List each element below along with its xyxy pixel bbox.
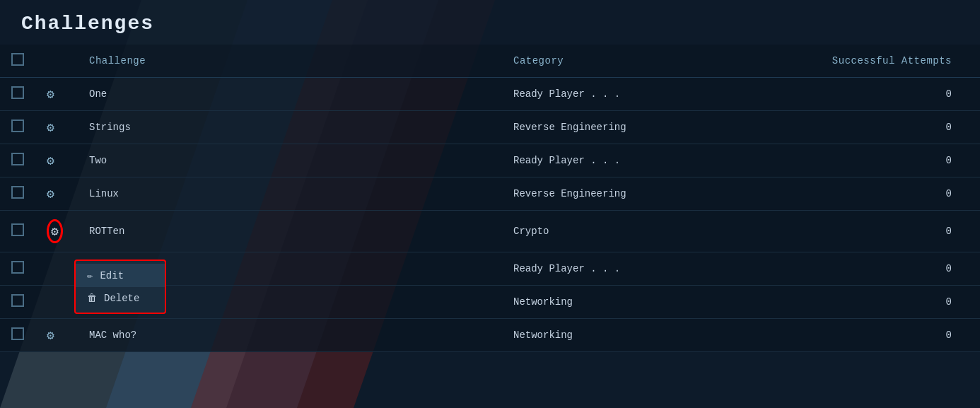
edit-label: Edit <box>100 270 124 281</box>
row-challenge-name[interactable]: Linux <box>78 177 502 211</box>
header-challenge: Challenge <box>78 45 502 78</box>
row-attempts: 0 <box>785 177 980 211</box>
row-attempts: 0 <box>785 78 980 111</box>
row-icon-cell: ⚙ <box>35 144 78 177</box>
gear-icon[interactable]: ⚙ <box>47 86 54 102</box>
context-menu: ✏Edit🗑Delete <box>74 260 166 314</box>
edit-icon: ✏ <box>87 269 93 281</box>
row-icon-cell: ⚙ <box>35 78 78 111</box>
gear-icon[interactable]: ⚙ <box>47 120 54 135</box>
row-attempts: 0 <box>785 286 980 319</box>
page-header: Challenges <box>0 0 980 45</box>
row-category: Reverse Engineering <box>502 111 785 144</box>
row-category: Ready Player . . . <box>502 144 785 177</box>
row-checkbox[interactable] <box>11 186 24 199</box>
row-challenge-name[interactable]: Strings <box>78 111 502 144</box>
row-category: Networking <box>502 286 785 319</box>
row-checkbox-cell <box>0 319 35 352</box>
row-icon-cell: ⚙ <box>35 177 78 211</box>
row-challenge-name[interactable]: ROTTen <box>78 211 502 252</box>
row-checkbox[interactable] <box>11 261 24 274</box>
row-checkbox-cell <box>0 211 35 252</box>
header-checkbox-col <box>0 45 35 78</box>
row-checkbox[interactable] <box>11 327 24 340</box>
row-attempts: 0 <box>785 319 980 352</box>
delete-icon: 🗑 <box>87 293 97 304</box>
table-row: ✏Edit🗑DeleteReady Player . . .0 <box>0 252 980 286</box>
row-category: Ready Player . . . <box>502 252 785 286</box>
row-category: Ready Player . . . <box>502 78 785 111</box>
table-row: ⚙OneReady Player . . .0 <box>0 78 980 111</box>
gear-icon[interactable]: ⚙ <box>47 219 63 243</box>
row-checkbox-cell <box>0 111 35 144</box>
row-challenge-name[interactable]: MAC who? <box>78 319 502 352</box>
header-attempts: Successful Attempts <box>785 45 980 78</box>
gear-icon[interactable]: ⚙ <box>47 327 54 343</box>
row-attempts: 0 <box>785 111 980 144</box>
row-icon-cell <box>35 286 78 319</box>
challenges-table: Challenge Category Successful Attempts ⚙… <box>0 45 980 352</box>
row-icon-cell: ⚙ <box>35 211 78 252</box>
row-checkbox[interactable] <box>11 153 24 165</box>
table-row: ⚙MAC who?Networking0 <box>0 319 980 352</box>
row-checkbox[interactable] <box>11 86 24 99</box>
row-category: Networking <box>502 319 785 352</box>
table-row: ⚙StringsReverse Engineering0 <box>0 111 980 144</box>
row-checkbox-cell <box>0 177 35 211</box>
row-checkbox-cell <box>0 78 35 111</box>
header-icon-col <box>35 45 78 78</box>
row-category: Reverse Engineering <box>502 177 785 211</box>
row-checkbox[interactable] <box>11 294 24 307</box>
row-checkbox-cell <box>0 286 35 319</box>
context-menu-delete[interactable]: 🗑Delete <box>76 287 165 310</box>
table-row: ⚙LinuxReverse Engineering0 <box>0 177 980 211</box>
row-attempts: 0 <box>785 144 980 177</box>
row-icon-cell: ✏Edit🗑Delete <box>35 252 78 286</box>
row-challenge-name[interactable]: One <box>78 78 502 111</box>
table-row: ⚙TwoReady Player . . .0 <box>0 144 980 177</box>
row-checkbox-cell <box>0 144 35 177</box>
row-checkbox-cell <box>0 252 35 286</box>
row-attempts: 0 <box>785 211 980 252</box>
row-icon-cell: ⚙ <box>35 111 78 144</box>
table-row: ⚙ROTTenCrypto0 <box>0 211 980 252</box>
row-checkbox[interactable] <box>11 120 24 132</box>
gear-icon[interactable]: ⚙ <box>47 153 54 168</box>
gear-icon[interactable]: ⚙ <box>47 186 54 202</box>
context-menu-edit[interactable]: ✏Edit <box>76 264 165 287</box>
select-all-checkbox[interactable] <box>11 53 24 66</box>
delete-label: Delete <box>104 293 139 304</box>
table-header-row: Challenge Category Successful Attempts <box>0 45 980 78</box>
row-category: Crypto <box>502 211 785 252</box>
row-attempts: 0 <box>785 252 980 286</box>
row-challenge-name[interactable]: Two <box>78 144 502 177</box>
page-title: Challenges <box>21 13 959 35</box>
header-category: Category <box>502 45 785 78</box>
row-checkbox[interactable] <box>11 223 24 236</box>
row-icon-cell: ⚙ <box>35 319 78 352</box>
